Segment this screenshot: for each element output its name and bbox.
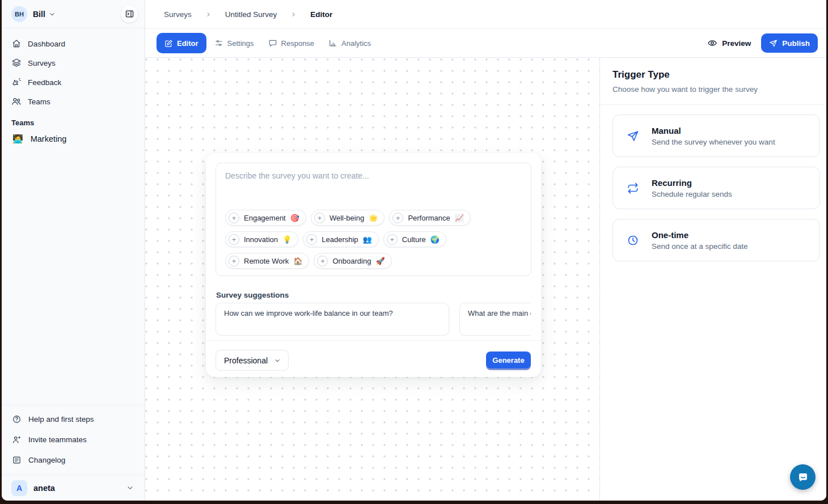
chip-leadership[interactable]: + Leadership 👥 xyxy=(303,231,379,247)
suggestion-card[interactable]: What are the main ob xyxy=(459,303,531,336)
chip-emoji: 💡 xyxy=(282,235,292,244)
survey-description-input[interactable]: Describe the survey you want to create..… xyxy=(216,163,531,276)
chevron-down-icon xyxy=(126,484,134,492)
chevron-down-icon xyxy=(48,10,56,18)
breadcrumb-current-editor: Editor xyxy=(310,10,332,19)
chip-emoji: 📈 xyxy=(455,214,464,222)
trigger-option-recurring[interactable]: Recurring Schedule regular sends xyxy=(612,167,820,209)
chip-emoji: 🌟 xyxy=(369,214,378,222)
account-menu[interactable]: A aneta xyxy=(2,475,145,501)
tab-label: Editor xyxy=(177,39,198,48)
plus-icon: + xyxy=(387,234,398,245)
chip-engagement[interactable]: + Engagement 🎯 xyxy=(225,210,306,226)
trigger-type-panel: Trigger Type Choose how you want to trig… xyxy=(599,58,826,501)
trigger-option-title: Recurring xyxy=(652,178,732,188)
tab-label: Analytics xyxy=(341,39,371,48)
chat-bubble-icon xyxy=(268,39,277,48)
divider xyxy=(206,340,541,341)
account-name: aneta xyxy=(33,484,55,493)
workspace-name: Bill xyxy=(33,10,45,19)
sidebar-item-help[interactable]: Help and first steps xyxy=(2,409,145,429)
sidebar-item-invite[interactable]: Invite teammates xyxy=(2,429,145,450)
send-icon xyxy=(627,130,639,142)
trigger-option-one-time[interactable]: One-time Send once at a specific date xyxy=(612,219,820,261)
sidebar-item-changelog[interactable]: Changelog xyxy=(2,450,145,470)
user-plus-icon xyxy=(12,435,22,444)
chat-launcher-button[interactable] xyxy=(790,464,816,490)
eye-icon xyxy=(707,38,717,48)
megaphone-icon xyxy=(11,77,22,87)
chip-performance[interactable]: + Performance 📈 xyxy=(389,210,471,226)
sidebar-item-label: Changelog xyxy=(28,456,65,464)
tab-label: Response xyxy=(281,39,315,48)
preview-button[interactable]: Preview xyxy=(702,38,757,48)
workspace-switcher[interactable]: Bill xyxy=(27,10,56,19)
chip-label: Culture xyxy=(402,235,426,244)
chip-label: Onboarding xyxy=(332,257,371,265)
chip-label: Innovation xyxy=(244,235,278,244)
sidebar: BH Bill Dashboard xyxy=(2,0,145,501)
preview-label: Preview xyxy=(722,39,751,48)
tab-response[interactable]: Response xyxy=(262,33,321,53)
sliders-icon xyxy=(214,39,223,48)
sidebar-team-marketing[interactable]: 🧑‍💻 Marketing xyxy=(2,129,145,149)
newspaper-icon xyxy=(12,455,22,465)
suggestions-title: Survey suggestions xyxy=(216,291,289,299)
teams-section-label: Teams xyxy=(11,118,145,127)
chip-onboarding[interactable]: + Onboarding 🚀 xyxy=(314,253,391,269)
app-window: BH Bill Dashboard xyxy=(2,0,826,501)
team-label: Marketing xyxy=(31,134,67,143)
publish-label: Publish xyxy=(782,39,810,48)
editor-toolbar: Editor Settings Response Analytics xyxy=(145,29,826,58)
sidebar-item-label: Help and first steps xyxy=(28,415,94,423)
trigger-option-title: One-time xyxy=(652,230,748,240)
publish-button[interactable]: Publish xyxy=(761,33,818,53)
sidebar-item-dashboard[interactable]: Dashboard xyxy=(2,34,145,53)
tab-analytics[interactable]: Analytics xyxy=(322,33,377,53)
sidebar-item-surveys[interactable]: Surveys xyxy=(2,53,145,73)
survey-generator-card: Describe the survey you want to create..… xyxy=(206,153,541,377)
sidebar-item-label: Teams xyxy=(28,98,50,106)
tab-editor[interactable]: Editor xyxy=(157,33,206,53)
bar-chart-icon xyxy=(328,39,337,48)
clock-icon xyxy=(627,234,639,247)
sidebar-collapse-button[interactable] xyxy=(121,6,138,23)
sidebar-item-feedback[interactable]: Feedback xyxy=(2,73,145,92)
plus-icon: + xyxy=(229,234,239,245)
chip-innovation[interactable]: + Innovation 💡 xyxy=(225,231,298,247)
generate-button[interactable]: Generate xyxy=(486,351,531,369)
chip-emoji: 🎯 xyxy=(290,214,299,222)
trigger-option-description: Send the survey whenever you want xyxy=(652,138,775,146)
trigger-option-description: Send once at a specific date xyxy=(652,242,748,251)
team-emoji: 🧑‍💻 xyxy=(12,134,23,144)
layers-icon xyxy=(11,58,22,68)
account-avatar: A xyxy=(11,480,27,496)
help-circle-icon xyxy=(12,414,22,424)
chip-remote-work[interactable]: + Remote Work 🏠 xyxy=(225,253,309,269)
breadcrumb: Surveys Untitled Survey Editor xyxy=(145,0,826,29)
tone-select[interactable]: Professional xyxy=(216,350,289,371)
sidebar-item-teams[interactable]: Teams xyxy=(2,92,145,111)
breadcrumb-untitled-survey[interactable]: Untitled Survey xyxy=(225,10,277,19)
sidebar-item-label: Feedback xyxy=(28,78,61,87)
repeat-icon xyxy=(627,182,639,194)
suggestion-card[interactable]: How can we improve work-life balance in … xyxy=(216,303,449,336)
chip-culture[interactable]: + Culture 🌍 xyxy=(383,231,446,247)
pencil-square-icon xyxy=(164,39,173,48)
chip-label: Remote Work xyxy=(244,257,289,265)
chip-label: Performance xyxy=(408,214,450,222)
editor-canvas: Describe the survey you want to create..… xyxy=(145,58,599,501)
plus-icon: + xyxy=(317,256,328,266)
chat-smile-icon xyxy=(796,470,810,485)
chip-well-being[interactable]: + Well-being 🌟 xyxy=(311,210,385,226)
breadcrumb-surveys[interactable]: Surveys xyxy=(164,10,192,19)
chevron-right-icon xyxy=(205,11,212,18)
chevron-right-icon xyxy=(290,11,297,18)
plus-icon: + xyxy=(392,213,403,223)
tab-settings[interactable]: Settings xyxy=(208,33,260,53)
chip-label: Well-being xyxy=(329,214,364,222)
sidebar-nav: Dashboard Surveys Feedback Teams xyxy=(2,28,145,149)
trigger-option-manual[interactable]: Manual Send the survey whenever you want xyxy=(612,115,820,157)
sidebar-item-label: Invite teammates xyxy=(28,435,87,444)
plus-icon: + xyxy=(229,256,239,266)
